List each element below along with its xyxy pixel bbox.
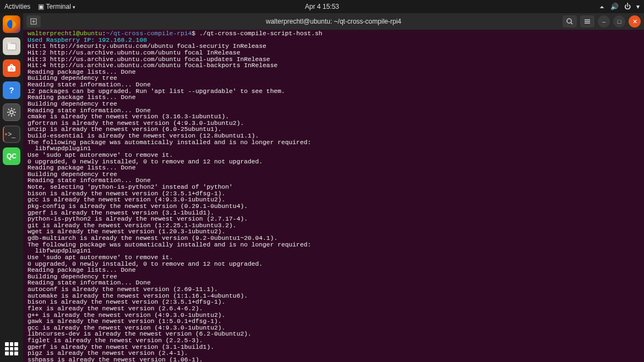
svg-line-12 <box>8 109 9 110</box>
terminal-app-menu[interactable]: ▣ Terminal <box>38 3 75 10</box>
svg-point-19 <box>567 19 571 23</box>
minimize-button[interactable]: – <box>598 15 610 28</box>
settings-launcher-icon[interactable] <box>3 103 20 121</box>
prompt-symbol: $ <box>192 30 199 37</box>
gnome-topbar: Activities ▣ Terminal Apr 4 15:53 ⏶ 🔊 ⏻ … <box>0 0 644 13</box>
qtcreator-launcher-icon[interactable]: QC <box>3 147 20 165</box>
svg-rect-2 <box>7 42 11 44</box>
svg-point-7 <box>10 111 13 114</box>
ip-info-line: Used Raspberry IP: 192.168.2.108 <box>28 37 147 43</box>
new-tab-button[interactable] <box>26 15 41 28</box>
window-title: walterprechtl@ubuntu: ~/qt-cross-compile… <box>266 18 401 25</box>
svg-line-14 <box>14 109 15 110</box>
svg-line-20 <box>571 23 572 24</box>
help-launcher-icon[interactable]: ? <box>3 81 20 99</box>
power-icon[interactable]: ⏻ <box>624 3 631 10</box>
terminal-output[interactable]: walterprechtl@ubuntu:~/qt-cross-compile-… <box>23 30 644 362</box>
firefox-launcher-icon[interactable] <box>3 15 20 33</box>
svg-text:A: A <box>10 66 13 72</box>
svg-line-13 <box>14 114 15 116</box>
command-text: ./qt-cross-compile-script-host.sh <box>199 30 323 37</box>
dock: A ? >_ QC <box>0 13 23 362</box>
svg-text:?: ? <box>9 86 14 95</box>
clock[interactable]: Apr 4 15:53 <box>305 3 339 10</box>
terminal-stdout: Hit:1 http://security.ubuntu.com/ubuntu … <box>28 43 311 362</box>
hamburger-menu-button[interactable] <box>580 15 594 28</box>
terminal-window: walterprechtl@ubuntu: ~/qt-cross-compile… <box>23 13 644 362</box>
terminal-menu-label: Terminal <box>46 3 70 10</box>
close-button[interactable]: ✕ <box>629 15 641 28</box>
svg-line-15 <box>8 114 9 116</box>
svg-rect-1 <box>7 43 16 50</box>
files-launcher-icon[interactable] <box>3 37 20 55</box>
activities-button[interactable]: Activities <box>4 3 30 10</box>
terminal-icon: ▣ <box>38 3 46 10</box>
prompt-glyph-icon: >_ <box>8 130 15 138</box>
prompt-path: ~/qt-cross-compile-rpi4 <box>106 30 192 37</box>
search-button[interactable] <box>563 15 577 28</box>
terminal-launcher-icon[interactable]: >_ <box>3 125 20 143</box>
volume-icon[interactable]: 🔊 <box>610 3 619 10</box>
window-titlebar: walterprechtl@ubuntu: ~/qt-cross-compile… <box>23 13 644 30</box>
software-launcher-icon[interactable]: A <box>3 59 20 77</box>
system-menu-arrow-icon[interactable]: ▾ <box>636 3 640 10</box>
maximize-button[interactable]: □ <box>613 15 625 28</box>
network-icon[interactable]: ⏶ <box>599 4 605 10</box>
show-applications-icon[interactable] <box>3 340 20 358</box>
prompt-user: walterprechtl@ubuntu <box>28 30 102 37</box>
